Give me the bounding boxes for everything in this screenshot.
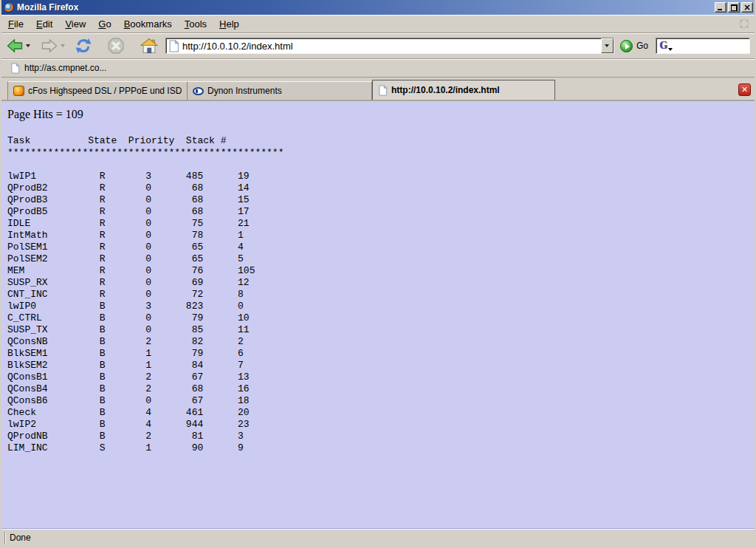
- table-row: lwIP1 R 3 485 19: [7, 171, 755, 182]
- titlebar: Mozilla Firefox ×: [1, 0, 755, 15]
- tab-label: Dynon Instruments: [207, 86, 282, 96]
- tab-label: cFos Highspeed DSL / PPPoE und ISDN CAP.…: [28, 86, 182, 96]
- bookmark-label: http://as.cmpnet.co...: [24, 63, 106, 73]
- restore-icon: [731, 4, 738, 11]
- table-spacer: [7, 159, 755, 171]
- table-row: BlkSEM2 B 1 84 7: [7, 360, 755, 371]
- tab-label: http://10.0.10.2/index.html: [391, 85, 500, 95]
- document-icon: [378, 85, 388, 96]
- task-table: Task State Priority Stack #*************…: [7, 135, 755, 454]
- table-row: C_CTRL B 0 79 10: [7, 312, 755, 324]
- minimize-button[interactable]: [715, 2, 726, 13]
- menubar: File Edit View Go Bookmarks Tools Help: [1, 15, 755, 33]
- back-icon: [6, 38, 24, 53]
- bookmarks-toolbar: http://as.cmpnet.co...: [1, 59, 755, 78]
- table-row: QConsNB B 2 82 2: [7, 336, 755, 348]
- table-row: Check B 4 461 20: [7, 407, 755, 419]
- table-row: QProdB5 R 0 68 17: [7, 206, 755, 218]
- tab-strip: cFos Highspeed DSL / PPPoE und ISDN CAP.…: [1, 78, 755, 101]
- search-input[interactable]: [673, 40, 756, 52]
- google-g-glyph: G: [659, 40, 667, 51]
- table-row: SUSP_TX B 0 85 11: [7, 324, 755, 336]
- close-icon: ×: [742, 2, 752, 13]
- table-row: LIM_INC S 1 90 9: [7, 442, 755, 454]
- status-bar: Done: [1, 528, 755, 547]
- table-row: lwIP2 B 4 944 23: [7, 419, 755, 431]
- reload-icon: [75, 38, 92, 54]
- home-button[interactable]: [140, 38, 158, 54]
- address-bar: [165, 38, 614, 54]
- table-row: PolSEM1 R 0 65 4: [7, 242, 755, 253]
- table-row: BlkSEM1 B 1 79 6: [7, 348, 755, 360]
- table-row: QConsB6 B 0 67 18: [7, 395, 755, 407]
- stop-icon: [108, 38, 124, 54]
- google-icon[interactable]: G: [659, 41, 673, 51]
- dynon-icon: [193, 87, 204, 95]
- table-separator: ****************************************…: [7, 147, 755, 159]
- window-controls: ×: [715, 2, 753, 13]
- menu-tools[interactable]: Tools: [179, 17, 212, 31]
- tab-cfos[interactable]: cFos Highspeed DSL / PPPoE und ISDN CAP.…: [7, 81, 188, 100]
- status-divider: [4, 532, 6, 544]
- back-button[interactable]: [6, 38, 30, 53]
- document-icon: [10, 63, 20, 74]
- table-header-row: Task State Priority Stack #: [7, 135, 755, 147]
- back-dropdown-icon[interactable]: [26, 44, 30, 47]
- table-row: SUSP_RX R 0 69 12: [7, 277, 755, 289]
- table-row: QConsB4 B 2 68 16: [7, 383, 755, 395]
- throbber-icon: [738, 18, 750, 30]
- table-row: QProdB2 R 0 68 14: [7, 182, 755, 194]
- document-icon: [168, 40, 179, 52]
- menu-help[interactable]: Help: [214, 17, 244, 31]
- forward-dropdown-icon[interactable]: [61, 44, 65, 47]
- url-input[interactable]: [179, 39, 601, 52]
- table-row: QConsB1 B 2 67 13: [7, 371, 755, 383]
- chevron-down-icon: [605, 44, 609, 47]
- go-button[interactable]: Go: [620, 40, 648, 52]
- close-tab-button[interactable]: ✕: [738, 83, 751, 96]
- menu-bookmarks[interactable]: Bookmarks: [119, 17, 177, 31]
- menu-file[interactable]: File: [3, 17, 29, 31]
- menu-view[interactable]: View: [60, 17, 91, 31]
- status-text: Done: [10, 532, 31, 543]
- page-content: Page Hits = 109 Task State Priority Stac…: [1, 101, 755, 528]
- tab-index-html[interactable]: http://10.0.10.2/index.html: [372, 80, 555, 100]
- go-label: Go: [636, 41, 648, 51]
- cfos-icon: [13, 86, 24, 96]
- forward-icon: [41, 38, 58, 53]
- reload-button[interactable]: [75, 38, 92, 54]
- table-row: PolSEM2 R 0 65 5: [7, 253, 755, 265]
- firefox-icon: [4, 2, 14, 13]
- table-row: IntMath R 0 78 1: [7, 230, 755, 242]
- table-row: QProdB3 R 0 68 15: [7, 194, 755, 206]
- table-row: lwIP0 B 3 823 0: [7, 301, 755, 312]
- restore-button[interactable]: [728, 2, 740, 13]
- tab-dynon[interactable]: Dynon Instruments: [188, 81, 372, 100]
- window-title: Mozilla Firefox: [17, 2, 715, 13]
- table-row: IDLE R 0 75 21: [7, 218, 755, 230]
- url-dropdown-button[interactable]: [601, 38, 614, 53]
- menu-go[interactable]: Go: [93, 17, 116, 31]
- browser-window: Mozilla Firefox × File Edit View Go Book…: [0, 0, 756, 548]
- page-hits: Page Hits = 109: [7, 108, 755, 121]
- navigation-toolbar: Go G: [1, 33, 755, 59]
- bookmark-item[interactable]: http://as.cmpnet.co...: [7, 61, 109, 75]
- table-row: CNT_INC R 0 72 8: [7, 289, 755, 301]
- forward-button[interactable]: [41, 38, 65, 53]
- search-dropdown-icon: [668, 48, 673, 51]
- table-row: MEM R 0 76 105: [7, 265, 755, 277]
- search-bar: G: [656, 38, 750, 54]
- close-button[interactable]: ×: [741, 2, 753, 13]
- table-row: QProdNB B 2 81 3: [7, 431, 755, 442]
- home-icon: [140, 38, 158, 54]
- minimize-icon: [718, 9, 722, 10]
- go-icon: [620, 40, 633, 52]
- menu-edit[interactable]: Edit: [31, 17, 58, 31]
- stop-button[interactable]: [108, 38, 124, 54]
